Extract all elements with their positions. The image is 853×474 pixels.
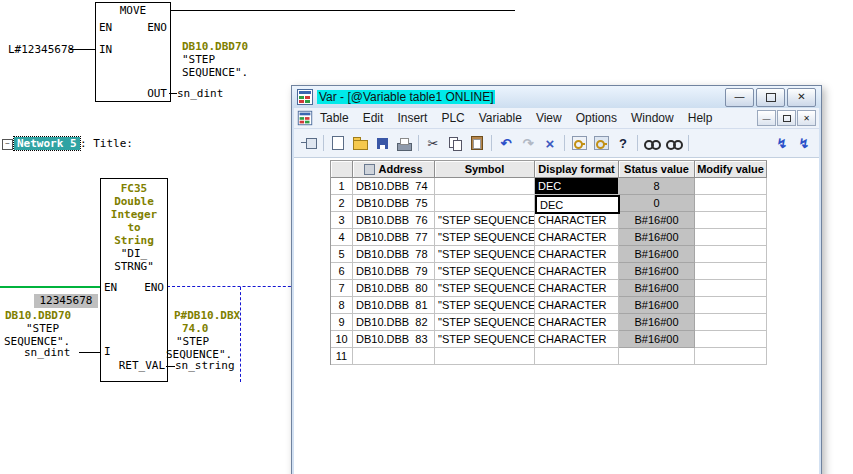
modify-icon[interactable] — [793, 133, 815, 153]
symbol-cell[interactable]: "STEP SEQUENCE" — [435, 246, 535, 263]
display-format-cell[interactable]: CHARACTER — [535, 331, 619, 348]
status-key-icon[interactable] — [590, 133, 612, 153]
symbol-cell[interactable]: "STEP SEQUENCE" — [435, 331, 535, 348]
address-cell[interactable]: DB10.DBB 81 — [353, 297, 435, 314]
modify-value-cell[interactable] — [695, 348, 767, 365]
print-icon[interactable] — [393, 133, 415, 153]
address-cell[interactable]: DB10.DBB 78 — [353, 246, 435, 263]
title-bar[interactable]: Var - [@Variable table1 ONLINE] — ✕ — [292, 86, 821, 108]
header-status-value[interactable]: Status value — [619, 161, 695, 178]
child-minimize-button[interactable]: — — [757, 110, 776, 126]
dock-pin-icon[interactable] — [298, 133, 320, 153]
menu-view[interactable]: View — [529, 110, 569, 126]
symbol-cell[interactable]: "STEP SEQUENCE" — [435, 212, 535, 229]
header-address[interactable]: Address — [353, 161, 435, 178]
save-icon[interactable] — [371, 133, 393, 153]
network-label[interactable]: Network 5 — [14, 137, 80, 150]
row-number-cell[interactable]: 7 — [331, 280, 353, 297]
display-format-cell[interactable]: DEC — [535, 178, 619, 195]
modify-value-cell[interactable] — [695, 263, 767, 280]
display-format-cell[interactable]: CHARACTER — [535, 246, 619, 263]
row-number-cell[interactable]: 8 — [331, 297, 353, 314]
undo-icon[interactable] — [495, 133, 517, 153]
redo-icon[interactable] — [517, 133, 539, 153]
row-number-cell[interactable]: 1 — [331, 178, 353, 195]
paste-icon[interactable] — [466, 133, 488, 153]
row-number-cell[interactable]: 4 — [331, 229, 353, 246]
child-restore-button[interactable] — [777, 110, 796, 126]
menu-variable[interactable]: Variable — [472, 110, 529, 126]
address-cell[interactable]: DB10.DBB 80 — [353, 280, 435, 297]
monitor-once-icon[interactable] — [641, 133, 663, 153]
address-cell[interactable]: DB10.DBB 82 — [353, 314, 435, 331]
menu-window[interactable]: Window — [624, 110, 681, 126]
help-icon[interactable] — [612, 133, 634, 153]
modify-value-cell[interactable] — [695, 246, 767, 263]
copy-icon[interactable] — [444, 133, 466, 153]
symbol-cell[interactable]: "STEP SEQUENCE" — [435, 229, 535, 246]
row-number-cell[interactable]: 5 — [331, 246, 353, 263]
menu-edit[interactable]: Edit — [356, 110, 391, 126]
status-word-icon[interactable] — [568, 133, 590, 153]
close-button[interactable]: ✕ — [787, 88, 816, 107]
menu-plc[interactable]: PLC — [434, 110, 471, 126]
display-format-cell[interactable]: CHARACTER — [535, 263, 619, 280]
symbol-cell[interactable]: "STEP SEQUENCE" — [435, 297, 535, 314]
modify-value-cell[interactable] — [695, 314, 767, 331]
fc35-block[interactable]: FC35 Double Integer to String "DI_ STRNG… — [100, 178, 168, 382]
modify-value-cell[interactable] — [695, 212, 767, 229]
symbol-cell[interactable]: "STEP SEQUENCE" — [435, 314, 535, 331]
child-window-icon[interactable] — [298, 111, 312, 125]
row-number-cell[interactable]: 6 — [331, 263, 353, 280]
address-cell[interactable]: DB10.DBB 79 — [353, 263, 435, 280]
minimize-button[interactable]: — — [725, 88, 754, 107]
menu-help[interactable]: Help — [681, 110, 720, 126]
symbol-cell[interactable]: "STEP SEQUENCE" — [435, 263, 535, 280]
address-cell[interactable]: DB10.DBB 76 — [353, 212, 435, 229]
row-number-cell[interactable]: 10 — [331, 331, 353, 348]
child-close-button[interactable]: ✕ — [797, 110, 816, 126]
monitor-icon[interactable] — [663, 133, 685, 153]
address-cell[interactable]: DB10.DBB 83 — [353, 331, 435, 348]
row-number-cell[interactable]: 11 — [331, 348, 353, 365]
menu-options[interactable]: Options — [569, 110, 624, 126]
move-pin-in: IN — [99, 43, 112, 56]
display-format-cell[interactable]: CHARACTER — [535, 297, 619, 314]
address-cell[interactable]: DB10.DBB 75 — [353, 195, 435, 212]
row-number-cell[interactable]: 9 — [331, 314, 353, 331]
address-cell[interactable]: DB10.DBB 77 — [353, 229, 435, 246]
move-block[interactable]: MOVE EN ENO IN OUT — [95, 2, 171, 102]
modify-value-cell[interactable] — [695, 195, 767, 212]
display-format-cell[interactable]: CHARACTER — [535, 229, 619, 246]
display-format-cell[interactable]: CHARACTER — [535, 314, 619, 331]
row-number-cell[interactable]: 3 — [331, 212, 353, 229]
header-modify-value[interactable]: Modify value — [695, 161, 767, 178]
menu-insert[interactable]: Insert — [390, 110, 434, 126]
symbol-cell[interactable] — [435, 348, 535, 365]
modify-once-icon[interactable] — [771, 133, 793, 153]
clear-icon[interactable] — [539, 133, 561, 153]
network-collapse-icon[interactable]: − — [2, 139, 13, 150]
modify-value-cell[interactable] — [695, 331, 767, 348]
new-icon[interactable] — [327, 133, 349, 153]
modify-value-cell[interactable] — [695, 297, 767, 314]
cut-icon[interactable] — [422, 133, 444, 153]
row-number-cell[interactable]: 2 — [331, 195, 353, 212]
header-symbol[interactable]: Symbol — [435, 161, 535, 178]
header-display-format[interactable]: Display format — [535, 161, 619, 178]
symbol-cell[interactable] — [435, 178, 535, 195]
display-format-cell[interactable]: CHARACTER — [535, 212, 619, 229]
display-format-cell[interactable]: CHARACTER — [535, 280, 619, 297]
address-cell[interactable]: DB10.DBB 74 — [353, 178, 435, 195]
open-icon[interactable] — [349, 133, 371, 153]
modify-value-cell[interactable] — [695, 178, 767, 195]
maximize-button[interactable] — [756, 88, 785, 107]
display-format-cell[interactable] — [535, 348, 619, 365]
dropdown-item-dec[interactable]: DEC — [540, 199, 563, 211]
menu-table[interactable]: Table — [313, 110, 356, 126]
symbol-cell[interactable] — [435, 195, 535, 212]
modify-value-cell[interactable] — [695, 229, 767, 246]
address-cell[interactable] — [353, 348, 435, 365]
modify-value-cell[interactable] — [695, 280, 767, 297]
symbol-cell[interactable]: "STEP SEQUENCE" — [435, 280, 535, 297]
